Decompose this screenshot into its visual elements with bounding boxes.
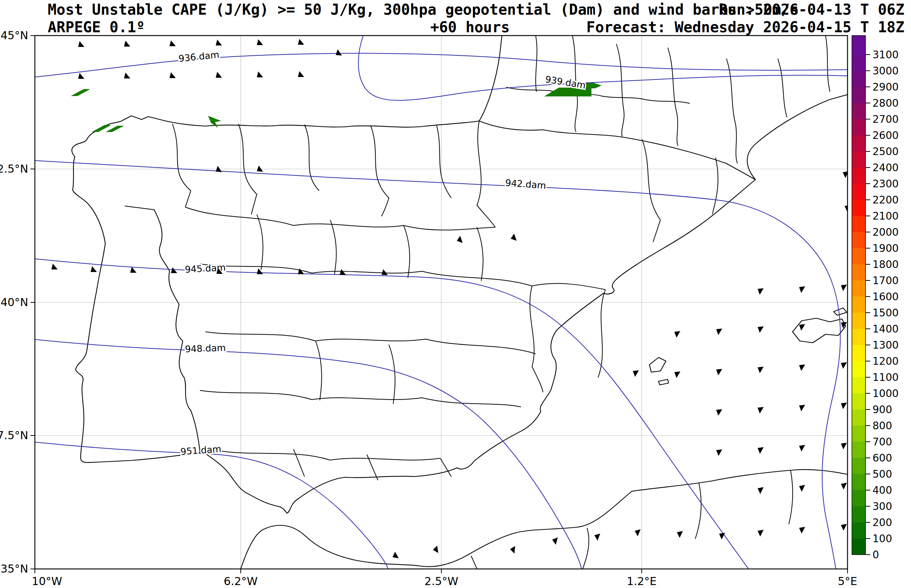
- contour-951: [35, 442, 388, 569]
- wind-barb: [51, 263, 68, 270]
- colorbar-band: [852, 36, 866, 55]
- contour-939: [358, 36, 848, 100]
- wind-barb: [799, 483, 812, 501]
- africa-coast: [241, 470, 848, 569]
- wind-barb: [674, 370, 686, 388]
- wind-barb: [392, 551, 410, 560]
- colorbar-tick-label: 0: [872, 549, 879, 561]
- cape-region: [208, 116, 221, 128]
- colorbar-tick-label: 1900: [872, 242, 898, 254]
- colorbar-tick-label: 700: [872, 436, 892, 448]
- wind-barb: [799, 444, 811, 461]
- colorbar-tick-label: 1500: [872, 307, 898, 319]
- colorbar-band: [852, 264, 866, 280]
- wind-barb: [758, 325, 768, 343]
- wind-barb: [674, 330, 686, 347]
- page-title: Most Unstable CAPE (J/Kg) >= 50 J/Kg, 30…: [48, 1, 799, 18]
- contour-label: 948 dam: [185, 342, 226, 354]
- wind-barb: [216, 40, 232, 45]
- colorbar-tick-label: 500: [872, 468, 892, 480]
- contour-label: 942 dam: [505, 178, 546, 191]
- france-med-coast: [747, 95, 848, 179]
- forecast-label: Forecast: Wednesday 2026-04-15 T 18Z: [586, 19, 905, 36]
- wind-barb: [170, 72, 186, 78]
- colorbar-tick-label: 1000: [872, 388, 898, 400]
- wind-barb: [799, 323, 810, 341]
- wind-barb: [340, 269, 356, 275]
- province-borders: [172, 121, 718, 480]
- lon-tick-label: 10°W: [32, 575, 62, 588]
- colorbar-tick-label: 200: [872, 517, 892, 528]
- lat-tick-label: 37.5°N: [0, 429, 28, 442]
- colorbar-band: [852, 313, 866, 329]
- wind-barb: [758, 486, 770, 503]
- colorbar-band: [852, 329, 866, 345]
- colorbar-tick-label: 1200: [872, 355, 898, 367]
- colorbar-band: [852, 538, 866, 555]
- colorbar-band: [852, 200, 866, 216]
- model-label: ARPEGE 0.1º: [48, 19, 145, 36]
- wind-barb: [552, 536, 566, 553]
- portugal-border: [125, 206, 200, 452]
- wind-barb: [716, 408, 727, 426]
- cape-region: [106, 126, 124, 132]
- wind-barb: [799, 363, 810, 381]
- lat-tick-label: 45°N: [0, 29, 28, 42]
- run-label: Run: 2026-04-13 T 06Z: [719, 1, 905, 18]
- colorbar-tick-label: 2500: [872, 145, 898, 158]
- wind-barb: [594, 532, 608, 549]
- colorbar-band: [852, 71, 866, 87]
- colorbar-band: [852, 458, 866, 474]
- cape-colorbar: 0100200300400500600700800900100011001200…: [852, 36, 898, 561]
- wind-barb: [716, 327, 727, 345]
- weather-map-page: Most Unstable CAPE (J/Kg) >= 50 J/Kg, 30…: [0, 0, 911, 588]
- colorbar-band: [852, 232, 866, 248]
- colorbar-band: [852, 55, 866, 71]
- graticule: [35, 36, 848, 569]
- wind-barb: [91, 266, 107, 272]
- colorbar-tick-label: 1800: [872, 258, 898, 271]
- lon-tick-label: 6.2°W: [224, 575, 258, 588]
- colorbar-tick-label: 2200: [872, 194, 898, 206]
- contour-label: 936 dam: [178, 49, 220, 64]
- colorbar-band: [852, 297, 866, 313]
- wind-barb: [841, 441, 853, 459]
- colorbar-band: [852, 361, 866, 377]
- contour-942: [35, 161, 840, 569]
- colorbar-tick-label: 3000: [872, 65, 898, 77]
- colorbar-band: [852, 426, 866, 442]
- africa-borders: [471, 471, 793, 569]
- wind-barb: [78, 41, 95, 47]
- wind-barb: [719, 531, 731, 549]
- colorbar-tick-label: 2300: [872, 178, 898, 190]
- colorbar-band: [852, 474, 866, 490]
- wind-barb: [336, 49, 353, 57]
- wind-barb: [716, 448, 728, 465]
- colorbar-tick-label: 2700: [872, 113, 898, 125]
- wind-barb: [841, 321, 852, 338]
- colorbar-band: [852, 103, 866, 119]
- colorbar-tick-label: 800: [872, 420, 892, 432]
- colorbar-tick-label: 1100: [872, 372, 898, 383]
- wind-barb: [457, 235, 474, 246]
- wind-barb: [635, 528, 648, 545]
- colorbar-tick-label: 1700: [872, 275, 898, 287]
- colorbar-band: [852, 345, 866, 361]
- wind-barb: [511, 233, 528, 244]
- colorbar-band: [852, 119, 866, 135]
- colorbar-band: [852, 280, 866, 297]
- wind-barb: [124, 41, 141, 47]
- france-coast: [479, 36, 502, 121]
- lat-tick-label: 40°N: [0, 296, 28, 309]
- wind-barb: [170, 40, 186, 46]
- colorbar-band: [852, 135, 866, 152]
- wind-barb: [298, 39, 314, 45]
- colorbar-tick-label: 1600: [872, 291, 898, 303]
- colorbar-band: [852, 522, 866, 538]
- colorbar-tick-label: 1300: [872, 339, 898, 351]
- cape-region: [71, 89, 90, 96]
- colorbar-band: [852, 168, 866, 184]
- wind-barb: [841, 401, 852, 419]
- wind-barb: [758, 406, 768, 423]
- colorbar-tick-label: 100: [872, 533, 892, 545]
